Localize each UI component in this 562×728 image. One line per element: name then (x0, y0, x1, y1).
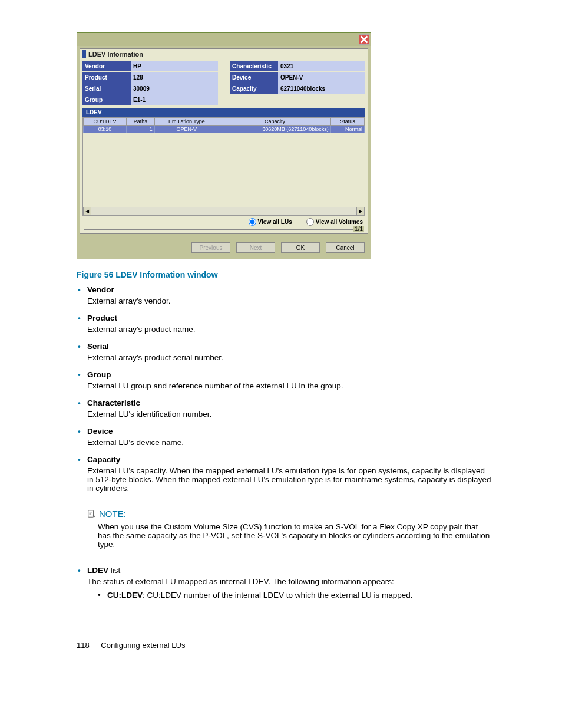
term: Capacity (87, 455, 120, 464)
panel-title: LDEV Information (88, 51, 143, 58)
dialog-titlebar (77, 33, 371, 46)
ldev-list-desc: The status of external LU mapped as inte… (87, 577, 491, 586)
note-body: When you use the Custom Volume Size (CVS… (98, 522, 491, 549)
next-button[interactable]: Next (236, 242, 275, 253)
info-label: Serial (82, 83, 131, 94)
info-row: Product128 (82, 72, 218, 83)
figure-caption: Figure 56 LDEV Information window (77, 270, 491, 279)
table-header[interactable]: Status (330, 118, 364, 126)
info-value: 30009 (131, 83, 218, 94)
term-ldev-list: LDEV (87, 566, 108, 575)
table-header[interactable]: Emulation Type (154, 118, 219, 126)
description: External LU's device name. (87, 438, 491, 447)
info-value: 0321 (278, 61, 365, 71)
term: Product (87, 314, 117, 322)
info-row: VendorHP (82, 61, 218, 71)
info-label: Device (230, 72, 278, 83)
page-footer: 118 Configuring external LUs (77, 641, 491, 650)
description: External array's product serial number. (87, 353, 491, 362)
cell-culdev: 03:10 (84, 126, 127, 133)
description: External array's product name. (87, 325, 491, 334)
note-heading: NOTE: (87, 509, 491, 519)
note-block: NOTE: When you use the Custom Volume Siz… (87, 505, 491, 554)
definition-item: CharacteristicExternal LU's identificati… (77, 398, 491, 419)
info-row: Capacity62711040blocks (230, 83, 365, 94)
ldev-info-dialog: LDEV Information VendorHPProduct128Seria… (77, 32, 371, 259)
info-label: Characteristic (230, 61, 278, 71)
ldev-section-header: LDEV (82, 108, 365, 117)
cell-capacity: 30620MB (62711040blocks) (219, 126, 331, 133)
cell-paths: 1 (127, 126, 155, 133)
radio-view-all-lus[interactable]: View all LUs (249, 218, 292, 226)
info-value: E1-1 (131, 94, 218, 105)
horizontal-scrollbar[interactable]: ◀ ▶ (83, 207, 365, 215)
dialog-panel: LDEV Information VendorHPProduct128Seria… (80, 48, 368, 234)
term: Vendor (87, 285, 114, 294)
description: External LU's identification number. (87, 410, 491, 419)
close-icon (360, 35, 368, 44)
term: Characteristic (87, 398, 140, 407)
ok-button[interactable]: OK (281, 242, 320, 253)
pager-label: 1/1 (353, 226, 364, 232)
info-label: Vendor (82, 61, 131, 71)
scroll-left-icon[interactable]: ◀ (83, 207, 91, 215)
note-icon (87, 510, 95, 518)
definition-item: ProductExternal array's product name. (77, 314, 491, 334)
definition-item: SerialExternal array's product serial nu… (77, 342, 491, 362)
table-header[interactable]: Paths (127, 118, 155, 126)
info-row: Characteristic0321 (230, 61, 365, 71)
radio-view-all-volumes[interactable]: View all Volumes (306, 218, 363, 226)
sub-item-culdev: CU:LDEV: CU:LDEV number of the internal … (98, 591, 491, 599)
previous-button[interactable]: Previous (191, 242, 230, 253)
definition-item: DeviceExternal LU's device name. (77, 427, 491, 447)
info-value: HP (131, 61, 218, 71)
cell-emulation: OPEN-V (154, 126, 219, 133)
info-row: Serial30009 (82, 83, 218, 94)
info-value: 128 (131, 72, 218, 83)
cell-status: Normal (330, 126, 364, 133)
info-value: OPEN-V (278, 72, 365, 83)
table-header[interactable]: CU:LDEV (84, 118, 127, 126)
description: External LU group and reference number o… (87, 381, 491, 390)
term: Serial (87, 342, 109, 351)
description: External LU's capacity. When the mapped … (87, 466, 491, 493)
term: Group (87, 370, 111, 379)
table-header[interactable]: Capacity (219, 118, 331, 126)
info-value: 62711040blocks (278, 83, 365, 94)
info-label: Capacity (230, 83, 278, 94)
info-label: Group (82, 94, 131, 105)
panel-title-marker (82, 50, 86, 58)
ldev-table: CU:LDEVPathsEmulation TypeCapacityStatus… (82, 117, 365, 216)
dialog-button-row: Previous Next OK Cancel (77, 236, 371, 259)
description: External array's vendor. (87, 297, 491, 305)
ldev-list-definition: LDEV list The status of external LU mapp… (77, 566, 491, 599)
view-radio-group: View all LUs View all Volumes (80, 216, 368, 228)
definition-item: CapacityExternal LU's capacity. When the… (77, 455, 491, 493)
info-row: GroupE1-1 (82, 94, 218, 105)
table-row[interactable]: 03:10 1 OPEN-V 30620MB (62711040blocks) … (84, 126, 365, 133)
info-row: DeviceOPEN-V (230, 72, 365, 83)
definition-list: VendorExternal array's vendor.ProductExt… (77, 285, 491, 493)
cancel-button[interactable]: Cancel (326, 242, 365, 253)
page-number: 118 (77, 641, 90, 650)
term: Device (87, 427, 113, 436)
close-button[interactable] (359, 34, 369, 45)
info-label: Product (82, 72, 131, 83)
info-grid: VendorHPProduct128Serial30009GroupE1-1 C… (80, 60, 368, 108)
definition-item: GroupExternal LU group and reference num… (77, 370, 491, 390)
scroll-right-icon[interactable]: ▶ (356, 207, 365, 215)
definition-item: VendorExternal array's vendor. (77, 285, 491, 305)
footer-title: Configuring external LUs (101, 641, 185, 650)
